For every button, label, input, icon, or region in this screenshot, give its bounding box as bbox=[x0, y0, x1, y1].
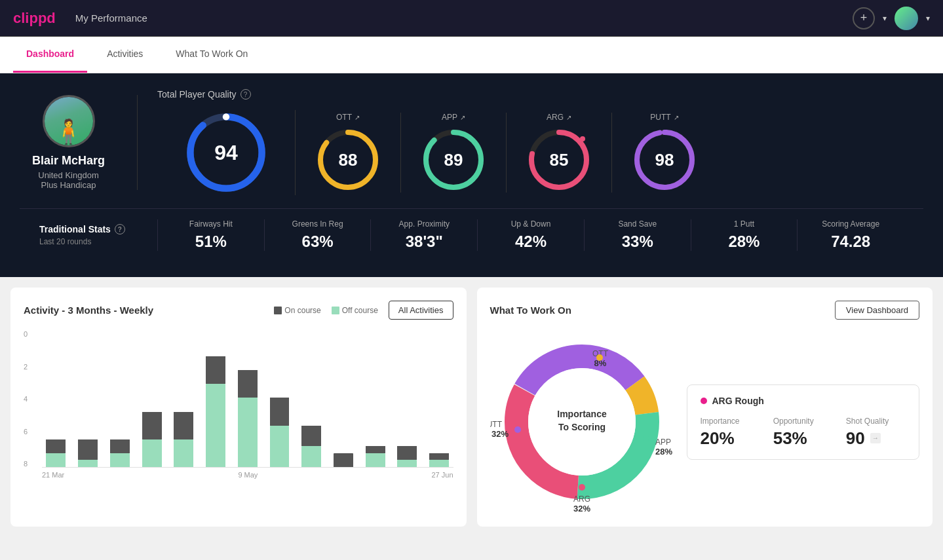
on-course-bar bbox=[142, 412, 162, 439]
legend-off-course: Off course bbox=[332, 306, 378, 315]
svg-point-33 bbox=[514, 426, 521, 433]
on-course-bar bbox=[46, 439, 66, 453]
detail-importance: Importance 20% bbox=[701, 417, 760, 449]
stat-greens: Greens In Reg 63% bbox=[264, 219, 371, 251]
off-course-bar bbox=[238, 398, 258, 467]
svg-text:To Scoring: To Scoring bbox=[558, 422, 605, 432]
chart-y-labels: 8 6 4 2 0 bbox=[24, 330, 37, 468]
info-icon[interactable]: ? bbox=[241, 89, 251, 100]
arg-gauge: ARG ↗ 85 bbox=[507, 113, 612, 193]
svg-text:ARG: ARG bbox=[573, 495, 590, 504]
bar-group bbox=[202, 330, 230, 467]
svg-text:32%: 32% bbox=[573, 504, 590, 513]
detail-stats: Importance 20% Opportunity 53% Shot Qual… bbox=[701, 417, 906, 449]
svg-point-30 bbox=[596, 354, 603, 361]
plus-icon: + bbox=[860, 11, 868, 25]
app-gauge-value: 89 bbox=[444, 150, 463, 170]
arg-gauge-value: 85 bbox=[550, 150, 569, 170]
on-course-bar bbox=[206, 356, 225, 384]
app-gauge-container: 89 bbox=[421, 127, 486, 193]
svg-point-31 bbox=[643, 435, 649, 441]
detail-dot bbox=[701, 398, 707, 404]
ott-gauge: OTT ↗ 88 bbox=[296, 113, 401, 193]
off-course-bar bbox=[301, 446, 321, 467]
on-course-bar bbox=[397, 446, 417, 460]
app-header: clippd My Performance + ▾ ▾ bbox=[0, 0, 943, 37]
work-card: What To Work On View Dashboard bbox=[477, 288, 933, 527]
player-avatar: 🧍 bbox=[43, 95, 95, 147]
chart-bars bbox=[42, 330, 453, 468]
tab-activities[interactable]: Activities bbox=[94, 37, 156, 73]
all-activities-button[interactable]: All Activities bbox=[389, 301, 453, 320]
avatar-dropdown-icon: ▾ bbox=[926, 14, 930, 23]
chart-x-labels: 21 Mar 9 May 27 Jun bbox=[42, 471, 453, 487]
arg-gauge-container: 85 bbox=[526, 127, 592, 193]
svg-point-13 bbox=[663, 130, 668, 135]
tab-dashboard[interactable]: Dashboard bbox=[13, 37, 87, 73]
bar-group bbox=[265, 330, 294, 467]
ott-gauge-value: 88 bbox=[339, 150, 358, 170]
detail-shot-quality: Shot Quality 90 → bbox=[846, 417, 906, 449]
header-actions: + ▾ ▾ bbox=[853, 7, 930, 30]
add-button[interactable]: + bbox=[853, 7, 875, 29]
ott-gauge-container: 88 bbox=[315, 127, 381, 193]
on-course-dot bbox=[274, 307, 282, 314]
app-logo: clippd bbox=[13, 10, 56, 27]
bar-group bbox=[106, 330, 134, 467]
on-course-bar bbox=[78, 439, 98, 460]
traditional-stats: Traditional Stats ? Last 20 rounds Fairw… bbox=[20, 208, 923, 261]
svg-point-32 bbox=[579, 484, 585, 491]
bar-group bbox=[330, 330, 358, 467]
svg-text:32%: 32% bbox=[491, 429, 508, 439]
player-country: United Kingdom bbox=[38, 170, 99, 180]
svg-text:28%: 28% bbox=[655, 447, 672, 457]
off-course-bar bbox=[174, 439, 193, 467]
svg-point-10 bbox=[580, 136, 585, 141]
activity-card: Activity - 3 Months - Weekly On course O… bbox=[10, 288, 467, 527]
off-course-bar bbox=[78, 460, 98, 467]
header-title: My Performance bbox=[75, 12, 853, 24]
detail-panel: ARG Rough Importance 20% Opportunity 53%… bbox=[687, 384, 920, 460]
legend-on-course: On course bbox=[274, 306, 320, 315]
detail-title: ARG Rough bbox=[701, 396, 906, 406]
donut-svg: Importance To Scoring OTT 8% APP 28% ARG… bbox=[490, 330, 674, 513]
player-info: 🧍 Blair McHarg United Kingdom Plus Handi… bbox=[20, 95, 138, 190]
view-dashboard-button[interactable]: View Dashboard bbox=[835, 301, 919, 320]
metrics-section: Total Player Quality ? 94 bbox=[138, 89, 923, 195]
bar-group bbox=[74, 330, 102, 467]
player-figure: 🧍 bbox=[54, 118, 83, 145]
tab-navigation: Dashboard Activities What To Work On bbox=[0, 37, 943, 73]
activity-chart-area: 8 6 4 2 0 21 Mar 9 May 27 Jun bbox=[24, 330, 453, 487]
tab-what-to-work-on[interactable]: What To Work On bbox=[163, 37, 261, 73]
stats-info-icon[interactable]: ? bbox=[115, 224, 125, 234]
bar-group bbox=[170, 330, 198, 467]
putt-label: PUTT ↗ bbox=[650, 113, 678, 122]
stat-proximity: App. Proximity 38'3" bbox=[370, 219, 477, 251]
player-name: Blair McHarg bbox=[32, 154, 105, 168]
user-avatar[interactable] bbox=[895, 7, 918, 30]
metrics-row: 94 OTT ↗ 88 bbox=[157, 110, 923, 195]
svg-point-7 bbox=[478, 157, 484, 162]
off-course-bar bbox=[429, 460, 449, 467]
stat-sandsave: Sand Save 33% bbox=[584, 219, 691, 251]
ott-label: OTT ↗ bbox=[336, 113, 360, 122]
putt-gauge: PUTT ↗ 98 bbox=[612, 113, 717, 193]
on-course-bar bbox=[334, 453, 353, 467]
bar-group bbox=[42, 330, 70, 467]
off-course-bar bbox=[142, 439, 162, 467]
svg-text:APP: APP bbox=[655, 438, 671, 447]
avatar-inner: 🧍 bbox=[45, 97, 93, 145]
svg-text:PUTT: PUTT bbox=[490, 420, 503, 429]
work-content: Importance To Scoring OTT 8% APP 28% ARG… bbox=[490, 330, 920, 513]
main-gauge-container: 94 bbox=[183, 110, 269, 195]
chart-legend: On course Off course bbox=[274, 306, 378, 315]
arg-label: ARG ↗ bbox=[547, 113, 571, 122]
bar-group bbox=[361, 330, 389, 467]
add-dropdown-icon: ▾ bbox=[883, 14, 887, 23]
detail-opportunity: Opportunity 53% bbox=[773, 417, 833, 449]
on-course-bar bbox=[238, 370, 258, 398]
on-course-bar bbox=[270, 398, 290, 425]
main-content: Activity - 3 Months - Weekly On course O… bbox=[0, 277, 943, 537]
work-card-header: What To Work On View Dashboard bbox=[490, 301, 920, 320]
putt-gauge-value: 98 bbox=[655, 150, 674, 170]
